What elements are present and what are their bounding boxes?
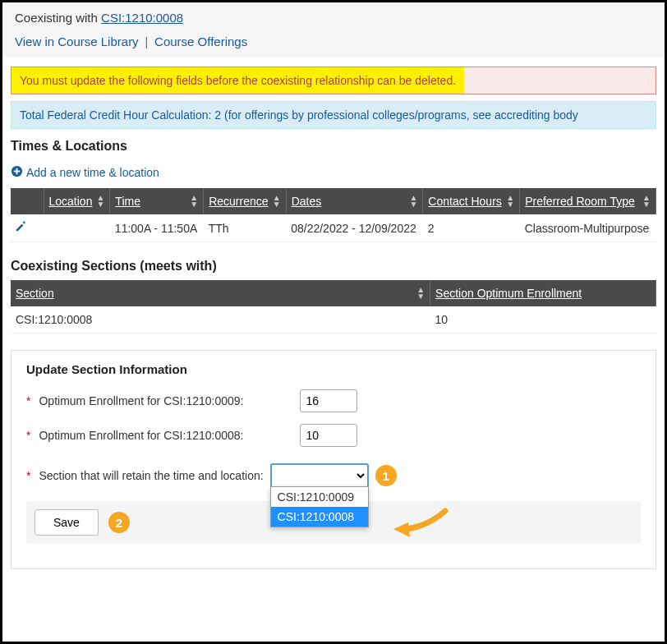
times-locations-heading: Times & Locations <box>11 139 656 154</box>
optimum-enrollment-label-2: Optimum Enrollment for CSI:1210:0008: <box>39 429 293 442</box>
col-edit <box>11 188 44 214</box>
callout-1: 1 <box>375 465 397 486</box>
cell-recurrence: TTh <box>204 214 287 242</box>
optimum-enrollment-input-1[interactable] <box>300 389 357 412</box>
sort-icon[interactable]: ▲▼ <box>409 195 417 208</box>
sort-icon[interactable]: ▲▼ <box>642 195 651 208</box>
col-location[interactable]: Location▲▼ <box>44 188 110 214</box>
sort-icon[interactable]: ▲▼ <box>506 195 514 208</box>
error-alert: You must update the following fields bef… <box>11 67 656 94</box>
retain-section-label: Section that will retain the time and lo… <box>39 469 263 482</box>
plus-circle-icon <box>11 165 23 180</box>
add-time-location-link[interactable]: Add a new time & location <box>11 165 159 180</box>
optimum-enrollment-label-1: Optimum Enrollment for CSI:1210:0009: <box>39 394 293 407</box>
info-alert: Total Federal Credit Hour Calculation: 2… <box>11 101 656 129</box>
optimum-enrollment-row-2: * Optimum Enrollment for CSI:1210:0008: <box>26 424 641 447</box>
col-time[interactable]: Time▲▼ <box>110 188 204 214</box>
update-panel-title: Update Section Information <box>26 362 641 376</box>
sort-icon[interactable]: ▲▼ <box>96 195 104 208</box>
error-alert-text: You must update the following fields bef… <box>12 67 464 94</box>
cell-optimum: 10 <box>430 306 656 334</box>
coexist-prefix: Coexisting with <box>15 11 101 25</box>
table-row: 11:00A - 11:50A TTh 08/22/2022 - 12/09/2… <box>11 214 656 242</box>
cell-section: CSI:1210:0008 <box>11 306 430 334</box>
optimum-enrollment-input-2[interactable] <box>300 424 357 447</box>
retain-section-row: * Section that will retain the time and … <box>26 463 641 488</box>
sort-icon[interactable]: ▲▼ <box>190 195 198 208</box>
required-star-icon: * <box>26 469 30 482</box>
arrow-icon <box>392 504 449 537</box>
retain-option-0008[interactable]: CSI:1210:0008 <box>271 507 368 527</box>
update-section-info-panel: Update Section Information * Optimum Enr… <box>11 350 656 569</box>
divider: | <box>145 35 149 48</box>
col-section[interactable]: Section▲▼ <box>11 280 430 306</box>
cell-preferred-room: Classroom-Multipurpose <box>520 214 656 242</box>
cell-time: 11:00A - 11:50A <box>110 214 204 242</box>
coexist-csi-link[interactable]: CSI:1210:0008 <box>101 11 183 25</box>
times-locations-table: Location▲▼ Time▲▼ Recurrence▲▼ Dates▲▼ C… <box>11 188 656 242</box>
course-offerings-link[interactable]: Course Offerings <box>154 34 247 48</box>
sort-icon[interactable]: ▲▼ <box>416 287 425 300</box>
pencil-icon[interactable] <box>16 222 27 235</box>
svg-marker-3 <box>393 522 410 537</box>
optimum-enrollment-row-1: * Optimum Enrollment for CSI:1210:0009: <box>26 389 641 412</box>
retain-section-dropdown-list: CSI:1210:0009 CSI:1210:0008 <box>270 486 369 527</box>
sort-icon[interactable]: ▲▼ <box>273 195 281 208</box>
col-preferred-room[interactable]: Preferred Room Type▲▼ <box>520 188 656 214</box>
retain-section-select[interactable] <box>270 463 369 488</box>
callout-2: 2 <box>108 512 130 533</box>
header-link-row: View in Course Library | Course Offering… <box>15 34 652 48</box>
view-in-course-library-link[interactable]: View in Course Library <box>15 34 139 48</box>
cell-location <box>44 214 110 242</box>
coexisting-sections-heading: Coexisting Sections (meets with) <box>11 259 656 274</box>
save-button[interactable]: Save <box>34 509 99 536</box>
col-section-optimum[interactable]: Section Optimum Enrollment <box>430 280 656 306</box>
cell-dates: 08/22/2022 - 12/09/2022 <box>286 214 423 242</box>
required-star-icon: * <box>26 394 30 407</box>
table-row: CSI:1210:0008 10 <box>11 306 656 334</box>
required-star-icon: * <box>26 429 30 442</box>
col-recurrence[interactable]: Recurrence▲▼ <box>204 188 287 214</box>
retain-option-0009[interactable]: CSI:1210:0009 <box>271 487 368 507</box>
cell-contact-hours: 2 <box>423 214 520 242</box>
col-dates[interactable]: Dates▲▼ <box>286 188 423 214</box>
coexisting-sections-table: Section▲▼ Section Optimum Enrollment CSI… <box>11 280 656 334</box>
info-alert-text: Total Federal Credit Hour Calculation: 2… <box>20 108 578 122</box>
col-contact-hours[interactable]: Contact Hours▲▼ <box>423 188 520 214</box>
svg-rect-2 <box>14 171 21 172</box>
coexist-with-row: Coexisting with CSI:1210:0008 <box>15 11 652 25</box>
add-time-location-label: Add a new time & location <box>26 166 159 179</box>
